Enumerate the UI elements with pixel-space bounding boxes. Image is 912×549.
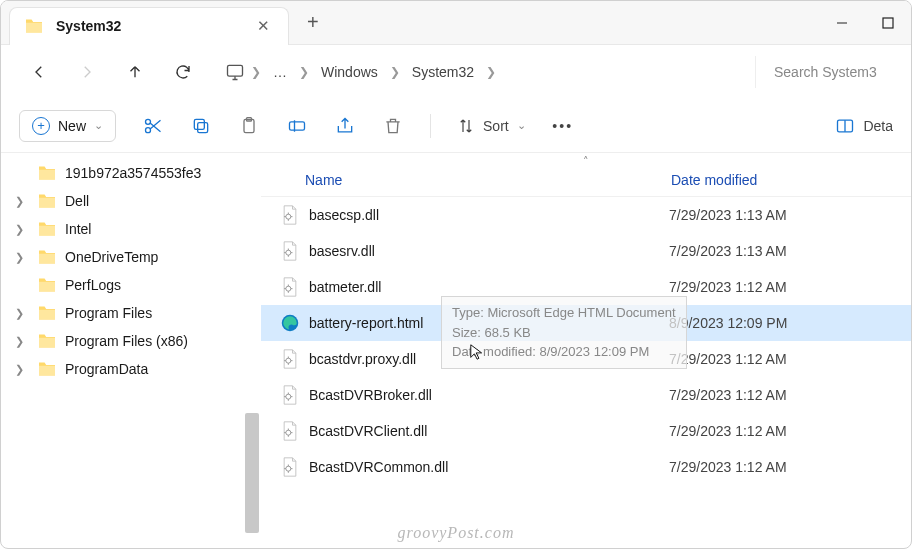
breadcrumb[interactable]: ❯ … ❯ Windows ❯ System32 ❯ <box>225 60 496 84</box>
chevron-right-icon[interactable]: ❯ <box>15 363 24 376</box>
file-name: battery-report.html <box>309 315 669 331</box>
chevron-right-icon[interactable]: ❯ <box>299 65 309 79</box>
table-row[interactable]: basecsp.dll7/29/2023 1:13 AM <box>261 197 911 233</box>
sidebar-item[interactable]: ❯Intel <box>1 215 261 243</box>
dll-file-icon <box>279 457 301 477</box>
chevron-right-icon[interactable]: ❯ <box>390 65 400 79</box>
table-row[interactable]: basesrv.dll7/29/2023 1:13 AM <box>261 233 911 269</box>
file-name: batmeter.dll <box>309 279 669 295</box>
dll-file-icon <box>279 241 301 261</box>
divider <box>430 114 431 138</box>
file-date: 7/29/2023 1:12 AM <box>669 423 911 439</box>
cut-button[interactable] <box>142 115 164 137</box>
file-name: BcastDVRCommon.dll <box>309 459 669 475</box>
chevron-down-icon: ⌄ <box>94 119 103 132</box>
maximize-button[interactable] <box>865 4 911 42</box>
close-tab-icon[interactable]: ✕ <box>253 15 274 37</box>
minimize-button[interactable] <box>819 4 865 42</box>
share-button[interactable] <box>334 115 356 137</box>
dll-file-icon <box>279 277 301 297</box>
details-label: Deta <box>863 118 893 134</box>
folder-icon <box>37 221 57 237</box>
navigation-pane[interactable]: ❯191b972a3574553fe3❯Dell❯Intel❯OneDriveT… <box>1 153 261 548</box>
column-headers: Name Date modified <box>261 168 911 197</box>
file-name: BcastDVRClient.dll <box>309 423 669 439</box>
dll-file-icon <box>279 205 301 225</box>
plus-icon: + <box>32 117 50 135</box>
content-area: ❯191b972a3574553fe3❯Dell❯Intel❯OneDriveT… <box>1 153 911 548</box>
breadcrumb-segment[interactable]: Windows <box>315 60 384 84</box>
sidebar-item[interactable]: ❯Dell <box>1 187 261 215</box>
rename-button[interactable] <box>286 115 308 137</box>
sidebar-item[interactable]: ❯Program Files (x86) <box>1 327 261 355</box>
scrollbar-thumb[interactable] <box>245 413 259 533</box>
sidebar-item-label: ProgramData <box>65 361 148 377</box>
folder-icon <box>37 305 57 321</box>
table-row[interactable]: BcastDVRBroker.dll7/29/2023 1:12 AM <box>261 377 911 413</box>
sidebar-item-label: Program Files (x86) <box>65 333 188 349</box>
details-pane-button[interactable]: Deta <box>835 116 893 136</box>
file-date: 7/29/2023 1:12 AM <box>669 459 911 475</box>
refresh-button[interactable] <box>161 54 205 90</box>
file-name: basecsp.dll <box>309 207 669 223</box>
window-tab[interactable]: System32 ✕ <box>9 7 289 45</box>
paste-button[interactable] <box>238 115 260 137</box>
table-row[interactable]: BcastDVRCommon.dll7/29/2023 1:12 AM <box>261 449 911 485</box>
file-name: bcastdvr.proxy.dll <box>309 351 669 367</box>
sidebar-item-label: Program Files <box>65 305 152 321</box>
sort-button[interactable]: Sort ⌄ <box>457 117 526 135</box>
new-tab-button[interactable]: + <box>307 11 319 34</box>
file-name: basesrv.dll <box>309 243 669 259</box>
chevron-right-icon[interactable]: ❯ <box>486 65 496 79</box>
file-date: 7/29/2023 1:13 AM <box>669 243 911 259</box>
dll-file-icon <box>279 421 301 441</box>
sidebar-item[interactable]: ❯PerfLogs <box>1 271 261 299</box>
new-button[interactable]: + New ⌄ <box>19 110 116 142</box>
chevron-right-icon[interactable]: ❯ <box>15 195 24 208</box>
chevron-right-icon[interactable]: ❯ <box>15 307 24 320</box>
table-row[interactable]: battery-report.html8/9/2023 12:09 PM <box>261 305 911 341</box>
dll-file-icon <box>279 385 301 405</box>
this-pc-icon[interactable] <box>225 62 245 82</box>
copy-button[interactable] <box>190 115 212 137</box>
sidebar-item[interactable]: ❯OneDriveTemp <box>1 243 261 271</box>
file-name: BcastDVRBroker.dll <box>309 387 669 403</box>
sidebar-item[interactable]: ❯ProgramData <box>1 355 261 383</box>
sidebar-item-label: Intel <box>65 221 91 237</box>
back-button[interactable] <box>17 54 61 90</box>
title-bar: System32 ✕ + <box>1 1 911 45</box>
sort-label: Sort <box>483 118 509 134</box>
table-row[interactable]: batmeter.dll7/29/2023 1:12 AM <box>261 269 911 305</box>
chevron-right-icon[interactable]: ❯ <box>15 223 24 236</box>
up-button[interactable] <box>113 54 157 90</box>
table-row[interactable]: bcastdvr.proxy.dll7/29/2023 1:12 AM <box>261 341 911 377</box>
chevron-right-icon[interactable]: ❯ <box>15 335 24 348</box>
folder-icon <box>37 165 57 181</box>
svg-rect-11 <box>883 18 893 28</box>
chevron-right-icon[interactable]: ❯ <box>15 251 24 264</box>
new-label: New <box>58 118 86 134</box>
chevron-right-icon[interactable]: ❯ <box>251 65 261 79</box>
sidebar-item[interactable]: ❯Program Files <box>1 299 261 327</box>
search-input[interactable]: Search System3 <box>755 56 895 88</box>
column-name[interactable]: Name <box>261 172 671 188</box>
forward-button[interactable] <box>65 54 109 90</box>
file-date: 7/29/2023 1:12 AM <box>669 351 911 367</box>
folder-icon <box>37 249 57 265</box>
file-list: ˄ Name Date modified basecsp.dll7/29/202… <box>261 153 911 548</box>
table-row[interactable]: BcastDVRClient.dll7/29/2023 1:12 AM <box>261 413 911 449</box>
folder-icon <box>37 333 57 349</box>
breadcrumb-ellipsis[interactable]: … <box>267 60 293 84</box>
folder-icon <box>37 361 57 377</box>
breadcrumb-segment[interactable]: System32 <box>406 60 480 84</box>
delete-button[interactable] <box>382 115 404 137</box>
column-date-modified[interactable]: Date modified <box>671 172 911 188</box>
file-date: 7/29/2023 1:12 AM <box>669 387 911 403</box>
folder-icon <box>24 18 44 34</box>
sidebar-item-label: 191b972a3574553fe3 <box>65 165 201 181</box>
file-rows: basecsp.dll7/29/2023 1:13 AMbasesrv.dll7… <box>261 197 911 485</box>
address-bar: ❯ … ❯ Windows ❯ System32 ❯ Search System… <box>1 45 911 99</box>
sidebar-item[interactable]: ❯191b972a3574553fe3 <box>1 159 261 187</box>
more-button[interactable]: ••• <box>552 115 574 137</box>
file-date: 7/29/2023 1:13 AM <box>669 207 911 223</box>
